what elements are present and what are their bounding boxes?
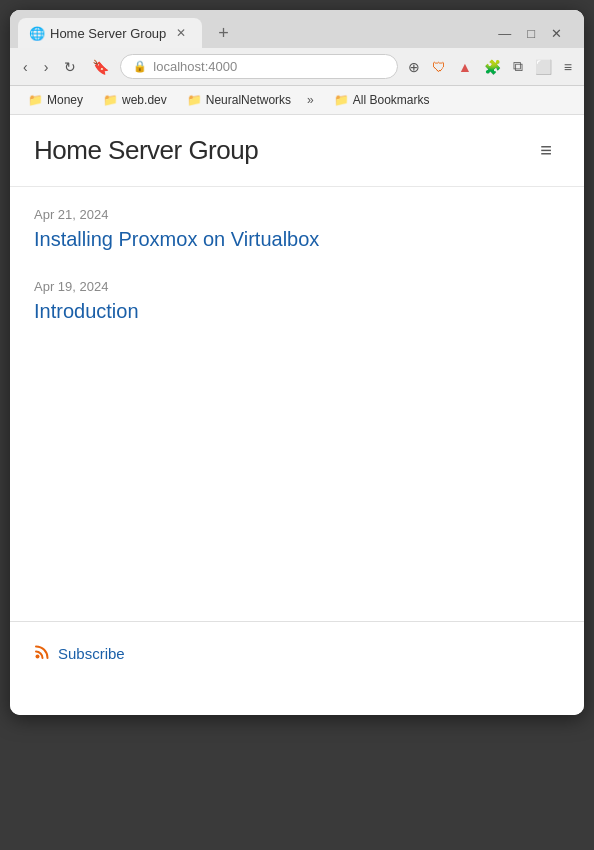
all-bookmarks-label: All Bookmarks <box>353 93 430 107</box>
browser-window: 🌐 Home Server Group ✕ + — □ ✕ ‹ › ↻ 🔖 🔒 … <box>10 10 584 715</box>
minimize-button[interactable]: — <box>492 24 517 43</box>
brave-shield-icon[interactable]: 🛡 <box>428 56 450 78</box>
menu-icon[interactable]: ≡ <box>560 56 576 78</box>
split-view-icon[interactable]: ⧉ <box>509 55 527 78</box>
subscribe-label: Subscribe <box>58 645 125 662</box>
all-bookmarks-button[interactable]: 📁 All Bookmarks <box>326 90 438 110</box>
brave-warn-icon[interactable]: ▲ <box>454 56 476 78</box>
bookmarks-bar: 📁 Money 📁 web.dev 📁 NeuralNetworks » 📁 A… <box>10 86 584 115</box>
profile-icon[interactable]: ⬜ <box>531 56 556 78</box>
site-footer: Subscribe <box>10 621 584 685</box>
address-bar[interactable]: 🔒 localhost:4000 <box>120 54 398 79</box>
url-port: 4000 <box>208 59 237 74</box>
post-date: Apr 21, 2024 <box>34 207 560 222</box>
bookmarks-overflow-button[interactable]: » <box>303 91 318 109</box>
posts-list: Apr 21, 2024 Installing Proxmox on Virtu… <box>10 187 584 371</box>
url-protocol: localhost: <box>153 59 208 74</box>
refresh-button[interactable]: ↻ <box>59 56 81 78</box>
folder-icon: 📁 <box>187 93 202 107</box>
bookmark-money-label: Money <box>47 93 83 107</box>
bookmark-star-button[interactable]: 🔖 <box>87 56 114 78</box>
page-content: Home Server Group ≡ Apr 21, 2024 Install… <box>10 115 584 715</box>
maximize-button[interactable]: □ <box>521 24 541 43</box>
title-bar: 🌐 Home Server Group ✕ + — □ ✕ ‹ › ↻ 🔖 🔒 … <box>10 10 584 115</box>
new-tab-button[interactable]: + <box>210 21 237 46</box>
bookmark-neuralnetworks[interactable]: 📁 NeuralNetworks <box>179 90 299 110</box>
bookmark-webdev-label: web.dev <box>122 93 167 107</box>
tab-favicon-icon: 🌐 <box>30 26 44 40</box>
forward-button[interactable]: › <box>39 56 54 78</box>
window-controls: — □ ✕ <box>492 24 576 43</box>
rss-icon <box>34 642 52 665</box>
subscribe-link[interactable]: Subscribe <box>34 642 560 665</box>
site-title: Home Server Group <box>34 135 258 166</box>
list-item: Apr 19, 2024 Introduction <box>34 279 560 323</box>
bookmark-webdev[interactable]: 📁 web.dev <box>95 90 175 110</box>
tab-row: 🌐 Home Server Group ✕ + — □ ✕ <box>10 10 584 48</box>
hamburger-menu-button[interactable]: ≡ <box>532 135 560 166</box>
lock-icon: 🔒 <box>133 60 147 73</box>
close-window-button[interactable]: ✕ <box>545 24 568 43</box>
bookmark-neuralnetworks-label: NeuralNetworks <box>206 93 291 107</box>
post-title-link[interactable]: Introduction <box>34 300 139 322</box>
tab-close-icon[interactable]: ✕ <box>172 24 190 42</box>
share-icon[interactable]: ⊕ <box>404 56 424 78</box>
folder-icon: 📁 <box>103 93 118 107</box>
nav-icon-group: ⊕ 🛡 ▲ 🧩 ⧉ ⬜ ≡ <box>404 55 576 78</box>
active-tab[interactable]: 🌐 Home Server Group ✕ <box>18 18 202 48</box>
extensions-icon[interactable]: 🧩 <box>480 56 505 78</box>
bookmark-money[interactable]: 📁 Money <box>20 90 91 110</box>
post-date: Apr 19, 2024 <box>34 279 560 294</box>
back-button[interactable]: ‹ <box>18 56 33 78</box>
tab-title: Home Server Group <box>50 26 166 41</box>
folder-icon: 📁 <box>334 93 349 107</box>
nav-row: ‹ › ↻ 🔖 🔒 localhost:4000 ⊕ 🛡 ▲ 🧩 ⧉ ⬜ ≡ <box>10 48 584 86</box>
svg-point-0 <box>36 655 40 659</box>
folder-icon: 📁 <box>28 93 43 107</box>
url-display: localhost:4000 <box>153 59 237 74</box>
site-header: Home Server Group ≡ <box>10 115 584 187</box>
post-title-link[interactable]: Installing Proxmox on Virtualbox <box>34 228 319 250</box>
list-item: Apr 21, 2024 Installing Proxmox on Virtu… <box>34 207 560 251</box>
